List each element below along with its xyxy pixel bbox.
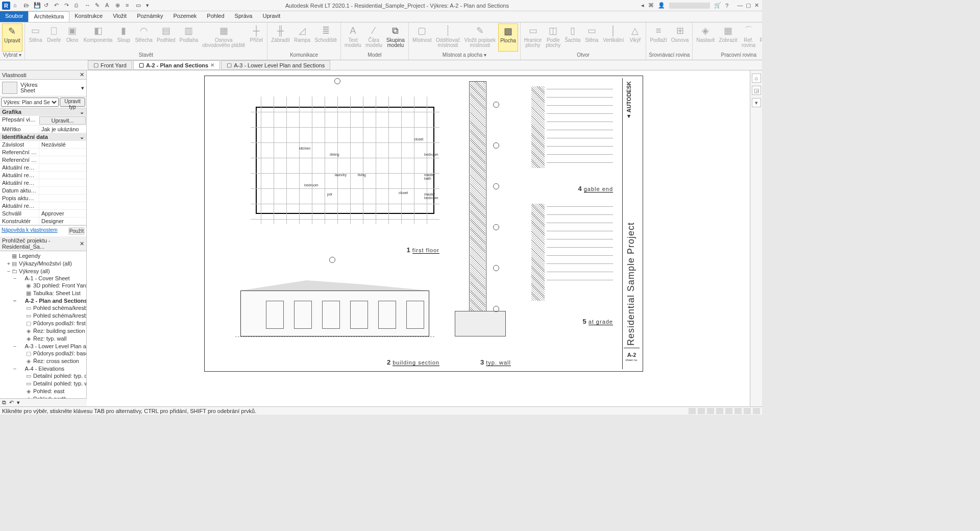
tree-expander-icon[interactable]: − — [6, 268, 11, 274]
restore-button[interactable]: ▢ — [745, 2, 752, 9]
qat-redo-icon[interactable]: ↷ — [64, 2, 71, 9]
qat-measure-icon[interactable]: ↔ — [85, 2, 92, 9]
si-4[interactable] — [716, 408, 723, 414]
qat-tag-icon[interactable]: ⊕ — [115, 2, 122, 9]
user-name[interactable] — [669, 3, 710, 9]
nav-cube-icon[interactable]: ◲ — [752, 86, 761, 95]
tree-expander-icon[interactable]: − — [12, 343, 17, 349]
qat-sync-icon[interactable]: ↺ — [44, 2, 51, 9]
view-tab[interactable]: ▢A-2 - Plan and Sections✕ — [133, 60, 220, 70]
prop-row[interactable]: ZávislostNezávislé — [0, 141, 86, 149]
prop-row[interactable]: Aktuální revize — [0, 202, 86, 210]
minimize-button[interactable]: — — [737, 2, 744, 9]
qat-print-icon[interactable]: ⎙ — [75, 2, 82, 9]
qat-undo-icon[interactable]: ↶ — [54, 2, 61, 9]
tree-node[interactable]: ▢ Půdorys podlaží: first f — [1, 320, 85, 327]
prop-row[interactable]: Referenční výkr... — [0, 149, 86, 156]
tree-expander-icon[interactable]: − — [12, 366, 17, 372]
nav-home-icon[interactable]: ⌂ — [752, 74, 761, 83]
vcb-cascade-icon[interactable]: ⧉ — [2, 399, 6, 406]
prop-row[interactable]: SchválilApprover — [0, 210, 86, 218]
qat-home-icon[interactable]: ⌂ — [13, 2, 20, 9]
user-icon[interactable]: 👤 — [658, 2, 665, 9]
keys-icon[interactable]: ⌘ — [648, 2, 654, 9]
si-7[interactable] — [744, 408, 751, 414]
tab-insert[interactable]: Vložit — [108, 11, 132, 22]
view-tab-close-icon[interactable]: ✕ — [210, 62, 214, 68]
apply-button[interactable]: Použít — [68, 227, 85, 235]
tree-node[interactable]: ▭ Detailní pohled: typ. w — [1, 380, 85, 388]
tree-node[interactable]: −🗀 Výkresy (all) — [1, 268, 85, 275]
vcb-fwd-icon[interactable]: ▾ — [17, 399, 20, 406]
prop-section-header[interactable]: Identifikační data⌄ — [0, 133, 86, 141]
type-selector[interactable]: Výkres Sheet ▾ — [0, 80, 86, 96]
tree-node[interactable]: ▭ Detailní pohled: typ. d. — [1, 372, 85, 380]
tree-node[interactable]: ▭ Pohled schéma/kresba — [1, 304, 85, 312]
project-browser[interactable]: ▦ Legendy+▤ Výkazy/Množství (all)−🗀 Výkr… — [0, 251, 86, 406]
prop-row[interactable]: MěřítkoJak je ukázáno — [0, 126, 86, 133]
si-3[interactable] — [707, 408, 714, 414]
drawing-view-2[interactable]: 2building section — [225, 260, 439, 357]
qat-text-icon[interactable]: A — [105, 2, 112, 9]
vcb-back-icon[interactable]: ↶ — [9, 399, 14, 406]
tree-expander-icon[interactable]: + — [6, 260, 11, 267]
si-5[interactable] — [725, 408, 732, 414]
drawing-view-4[interactable]: 4gable end — [521, 81, 613, 183]
tree-node[interactable]: ▢ Půdorys podlaží: basen — [1, 350, 85, 357]
edit-type-button[interactable]: Upravit typ — [60, 98, 85, 107]
ribbon-upravit[interactable]: ✎Upravit — [2, 23, 22, 52]
prop-row[interactable]: Aktuální revize ... — [0, 179, 86, 187]
qat-align-icon[interactable]: ≡ — [126, 2, 133, 9]
info-icon[interactable]: ◂ — [641, 2, 644, 9]
si-8[interactable] — [753, 408, 760, 414]
tab-manage[interactable]: Správa — [230, 11, 258, 22]
si-2[interactable] — [698, 408, 705, 414]
tree-node[interactable]: ◈ Řez: building section — [1, 327, 85, 335]
prop-row[interactable]: Datum aktuální... — [0, 187, 86, 195]
tree-node[interactable]: +▤ Výkazy/Množství (all) — [1, 260, 85, 268]
view-tab[interactable]: ▢A-3 - Lower Level Plan and Sections — [221, 60, 330, 70]
tab-structure[interactable]: Konstrukce — [69, 11, 108, 22]
tree-node[interactable]: ◈ Pohled: east — [1, 388, 85, 395]
tab-architecture[interactable]: Architektura — [28, 11, 69, 22]
tree-node[interactable]: ▦ Legendy — [1, 252, 85, 260]
drawing-view-3[interactable]: 3typ. wall — [450, 81, 511, 357]
tree-node[interactable]: ◈ Řez: typ. wall — [1, 335, 85, 343]
tab-file[interactable]: Soubor — [0, 11, 28, 22]
tree-node[interactable]: ▭ Pohled schéma/kresba — [1, 312, 85, 320]
tree-node[interactable]: ◈ Řez: cross section — [1, 357, 85, 365]
prop-row[interactable]: Aktuální revizi ... — [0, 172, 86, 179]
view-tab[interactable]: ▢Front Yard — [88, 60, 132, 70]
qat-thin-icon[interactable]: ▭ — [136, 2, 143, 9]
nav-expand-icon[interactable]: ▾ — [752, 98, 761, 107]
qat-open-icon[interactable]: 🗁 — [23, 2, 31, 9]
si-6[interactable] — [734, 408, 742, 414]
prop-row[interactable]: Přepsání viditel...Upravit... — [0, 116, 86, 126]
tree-expander-icon[interactable]: − — [12, 275, 17, 281]
tree-expander-icon[interactable]: − — [12, 298, 17, 304]
type-dropdown-icon[interactable]: ▾ — [81, 85, 84, 91]
tree-node[interactable]: − A-2 - Plan and Sections — [1, 297, 85, 304]
tree-node[interactable]: − A-4 - Elevations — [1, 365, 85, 372]
qat-close-icon[interactable]: ▾ — [146, 2, 153, 9]
qat-dim-icon[interactable]: ✎ — [95, 2, 102, 9]
drawing-canvas[interactable]: ▲ AUTODESK Residential Sample Project A-… — [87, 70, 750, 406]
drawing-view-5[interactable]: 5at grade — [521, 199, 613, 316]
tab-modify[interactable]: Upravit — [257, 11, 285, 22]
close-button[interactable]: ✕ — [753, 2, 760, 9]
tree-node[interactable]: − A-1 - Cover Sheet — [1, 275, 85, 282]
tree-node[interactable]: ▦ Tabulka: Sheet List — [1, 289, 85, 297]
qat-save-icon[interactable]: 💾 — [34, 2, 41, 9]
si-1[interactable] — [689, 408, 696, 414]
browser-close-icon[interactable]: ✕ — [80, 240, 84, 247]
properties-help-link[interactable]: Nápověda k vlastnostem — [2, 227, 58, 235]
ribbon-plocha[interactable]: ▩Plocha — [498, 23, 518, 52]
prop-row[interactable]: KonstruktérDesigner — [0, 218, 86, 225]
tab-annotate[interactable]: Poznámky — [132, 11, 168, 22]
tree-node[interactable]: ◉ 3D pohled: Front Yarc — [1, 282, 85, 289]
prop-row[interactable]: Aktuální revize ... — [0, 164, 86, 172]
prop-row[interactable]: Popis aktuální r... — [0, 195, 86, 202]
properties-close-icon[interactable]: ✕ — [80, 71, 84, 78]
cart-icon[interactable]: 🛒 — [714, 2, 721, 9]
tab-site[interactable]: Pozemek — [168, 11, 202, 22]
